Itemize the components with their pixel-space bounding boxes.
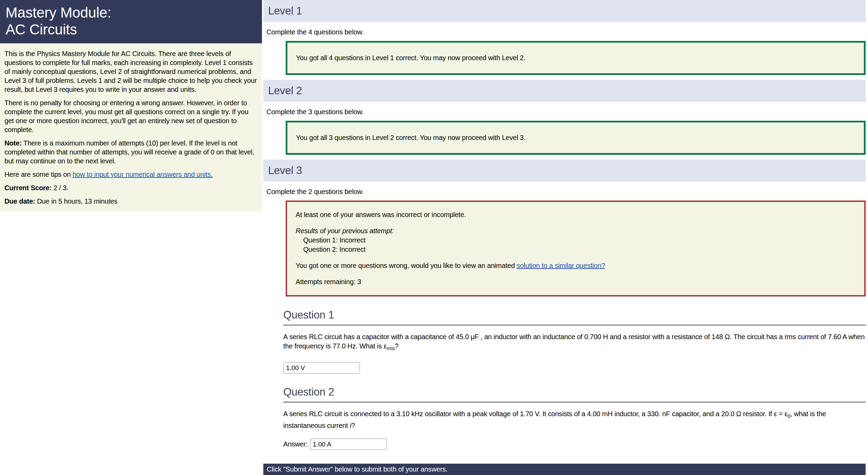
due-date-row: Due date: Due in 5 hours, 13 minutes: [4, 197, 257, 206]
module-intro-paragraph-1: This is the Physics Mastery Module for A…: [4, 49, 257, 94]
question-1-text-main: A series RLC circuit has a capacitor wit…: [283, 333, 865, 350]
current-score-label: Current Score:: [4, 184, 52, 192]
level-2-status-text: You got all 3 questions in Level 2 corre…: [296, 134, 526, 141]
submit-instruction-bar: Click "Submit Answer" below to submit bo…: [263, 464, 866, 475]
main-content: Level 1 Complete the 4 questions below. …: [263, 0, 866, 475]
level-2-instruction: Complete the 3 questions below.: [266, 108, 866, 116]
level-2-status-box: You got all 3 questions in Level 2 corre…: [286, 121, 866, 155]
level-1-instruction: Complete the 4 questions below.: [266, 28, 866, 36]
module-title: Mastery Module: AC Circuits: [0, 0, 262, 43]
question-1-section: Question 1 A series RLC circuit has a ca…: [283, 309, 866, 374]
tips-prefix: Here are some tips on: [4, 171, 73, 178]
question-2-title: Question 2: [283, 386, 866, 402]
question-2-text-end: ?: [351, 422, 355, 429]
question-2-section: Question 2 A series RLC circuit is conne…: [283, 386, 866, 450]
module-note-paragraph: Note: There is a maximum number of attem…: [4, 139, 257, 165]
module-title-line1: Mastery Module:: [6, 4, 256, 21]
question-1-subscript: rms: [387, 346, 395, 351]
alert-results-heading: Results of your previous attempt:: [296, 226, 856, 236]
level-2-section: Level 2 Complete the 3 questions below. …: [263, 80, 866, 155]
alert-solution-line: You got one or more questions wrong, wou…: [296, 261, 856, 270]
alert-result-question-2: Question 2: Incorrect: [296, 245, 856, 254]
module-intro-paragraph-2: There is no penalty for choosing or ente…: [4, 98, 257, 134]
question-2-text-main: A series RLC circuit is connected to a 3…: [283, 410, 788, 418]
level-1-header: Level 1: [263, 0, 866, 22]
current-score-value: 2 / 3.: [52, 184, 68, 192]
note-text: There is a maximum number of attempts (1…: [4, 139, 254, 165]
level-3-alert-box: At least one of your answers was incorre…: [286, 201, 866, 296]
question-2-subscript: 0: [788, 413, 790, 419]
due-date-value: Due in 5 hours, 13 minutes: [35, 197, 117, 205]
page: Mastery Module: AC Circuits This is the …: [0, 0, 868, 475]
note-label: Note:: [4, 139, 22, 147]
numeric-input-tips-link[interactable]: how to input your numerical answers and …: [73, 171, 213, 178]
similar-solution-link[interactable]: solution to a similar question?: [517, 262, 605, 269]
alert-result-question-1: Question 1: Incorrect: [296, 236, 856, 245]
alert-attempts-remaining: Attempts remaining: 3: [296, 277, 856, 287]
question-1-answer-input[interactable]: [283, 362, 360, 374]
question-1-title: Question 1: [283, 309, 866, 325]
alert-incorrect-line: At least one of your answers was incorre…: [296, 210, 856, 219]
level-1-section: Level 1 Complete the 4 questions below. …: [263, 0, 866, 75]
level-1-status-text: You got all 4 questions in Level 1 corre…: [296, 54, 526, 62]
level-3-header: Level 3: [263, 160, 866, 182]
question-2-answer-row: Answer:: [283, 439, 866, 450]
question-2-text: A series RLC circuit is connected to a 3…: [283, 409, 866, 430]
question-1-text-end: ?: [395, 342, 398, 350]
module-title-line2: AC Circuits: [6, 21, 256, 38]
alert-solution-prefix: You got one or more questions wrong, wou…: [296, 262, 517, 269]
level-1-status-box: You got all 4 questions in Level 1 corre…: [286, 41, 866, 75]
tips-paragraph: Here are some tips on how to input your …: [4, 170, 257, 179]
level-2-header: Level 2: [263, 80, 866, 102]
level-3-instruction: Complete the 2 questions below.: [266, 188, 866, 196]
due-date-label: Due date:: [4, 197, 35, 205]
sidebar: Mastery Module: AC Circuits This is the …: [0, 0, 262, 475]
module-description-panel: This is the Physics Mastery Module for A…: [0, 43, 262, 212]
level-3-section: Level 3 Complete the 2 questions below. …: [263, 160, 866, 475]
question-2-answer-label: Answer:: [283, 440, 308, 448]
question-1-text: A series RLC circuit has a capacitor wit…: [283, 332, 866, 353]
question-2-answer-input[interactable]: [310, 439, 387, 450]
current-score-row: Current Score: 2 / 3.: [4, 183, 257, 192]
